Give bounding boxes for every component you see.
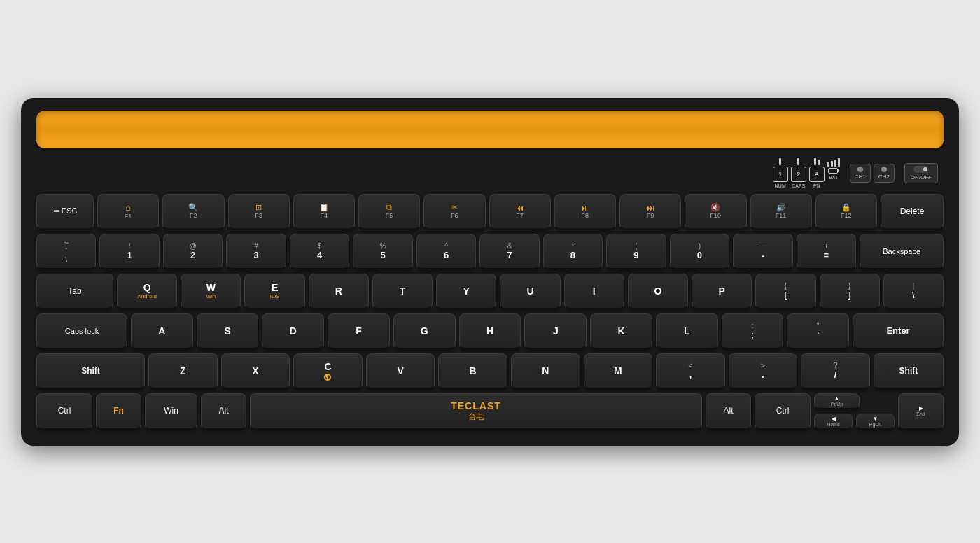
k-key[interactable]: K xyxy=(590,313,652,350)
d-key[interactable]: D xyxy=(262,313,324,350)
u-key[interactable]: U xyxy=(500,274,560,310)
s-key[interactable]: S xyxy=(197,313,259,350)
tab-key[interactable]: Tab xyxy=(36,274,113,310)
home-key[interactable]: ◀ Home xyxy=(814,414,853,430)
w-key[interactable]: W Win xyxy=(181,274,241,310)
f7-key[interactable]: ⏮ F7 xyxy=(489,194,551,230)
8-key[interactable]: * 8 xyxy=(543,234,603,270)
l-key[interactable]: L xyxy=(656,313,718,350)
3-key[interactable]: # 3 xyxy=(226,234,286,270)
c-key[interactable]: C xyxy=(293,353,363,390)
f8-key[interactable]: ⏯ F8 xyxy=(554,194,616,230)
ctrl-left-key[interactable]: Ctrl xyxy=(36,393,92,430)
indicators-row: 1 NUM 2 CAPS A xyxy=(36,158,944,188)
f1-key[interactable]: ⌂ F1 xyxy=(97,194,159,230)
f4-key[interactable]: 📋 F4 xyxy=(293,194,355,230)
alt-right-key[interactable]: Alt xyxy=(706,393,751,430)
z-key[interactable]: Z xyxy=(148,353,218,390)
backspace-key[interactable]: Backspace xyxy=(860,234,944,270)
lock-indicators: 1 NUM 2 CAPS A xyxy=(773,158,840,188)
j-key[interactable]: J xyxy=(524,313,587,350)
x-key[interactable]: X xyxy=(221,353,290,390)
n-key[interactable]: N xyxy=(511,353,580,390)
keyboard: 1 NUM 2 CAPS A xyxy=(21,98,959,446)
f6-key[interactable]: ✂ F6 xyxy=(424,194,485,230)
fn-key[interactable]: Fn xyxy=(96,393,141,430)
o-key[interactable]: O xyxy=(628,274,688,310)
f2-key[interactable]: 🔍 F2 xyxy=(162,194,224,230)
shift-row: Shift Z X C V B N xyxy=(36,353,944,390)
9-key[interactable]: ( 9 xyxy=(606,234,666,270)
alt-left-key[interactable]: Alt xyxy=(201,393,246,430)
bracket-left-key[interactable]: { [ xyxy=(755,274,816,310)
q-key[interactable]: Q Android xyxy=(117,274,177,310)
pgup-key[interactable]: ▲ PgUp xyxy=(814,393,860,410)
fn-lock-indicator: A xyxy=(809,167,825,182)
5-key[interactable]: % 5 xyxy=(353,234,412,270)
f12-key[interactable]: 🔒 F12 xyxy=(816,194,877,230)
capslock-key[interactable]: Caps lock xyxy=(36,313,127,350)
esc-key[interactable]: ⬅ ESC xyxy=(36,194,94,230)
end-key[interactable]: ▶ End xyxy=(898,393,944,430)
space-key[interactable]: TECLAST 台电 xyxy=(250,393,702,430)
shift-right-key[interactable]: Shift xyxy=(874,353,944,390)
r-key[interactable]: R xyxy=(309,274,369,310)
t-key[interactable]: T xyxy=(372,274,433,310)
bracket-right-key[interactable]: } ] xyxy=(820,274,880,310)
battery-indicator xyxy=(828,168,839,174)
f10-key[interactable]: 🔇 F10 xyxy=(685,194,746,230)
channel-buttons: CH1 CH2 xyxy=(850,164,895,183)
7-key[interactable]: & 7 xyxy=(479,234,539,270)
quote-key[interactable]: " ' xyxy=(787,313,849,350)
i-key[interactable]: I xyxy=(564,274,624,310)
2-key[interactable]: @ 2 xyxy=(163,234,223,270)
ch1-button[interactable]: CH1 xyxy=(850,164,871,183)
equals-key[interactable]: + = xyxy=(797,234,856,270)
tablet-slot xyxy=(36,111,944,148)
f9-key[interactable]: ⏭ F9 xyxy=(620,194,681,230)
e-key[interactable]: E IOS xyxy=(244,274,304,310)
num-lock-indicator: 1 xyxy=(773,167,788,182)
0-key[interactable]: ) 0 xyxy=(670,234,729,270)
ch2-button[interactable]: CH2 xyxy=(874,164,895,183)
p-key[interactable]: P xyxy=(692,274,752,310)
4-key[interactable]: $ 4 xyxy=(290,234,349,270)
1-key[interactable]: ! 1 xyxy=(99,234,159,270)
g-key[interactable]: G xyxy=(393,313,456,350)
number-row: ~ ` \ ! 1 @ 2 # 3 $ 4 % 5 xyxy=(36,234,944,270)
f11-key[interactable]: 🔊 F11 xyxy=(750,194,812,230)
ctrl-right-key[interactable]: Ctrl xyxy=(755,393,811,430)
m-key[interactable]: M xyxy=(584,353,653,390)
v-key[interactable]: V xyxy=(366,353,435,390)
b-key[interactable]: B xyxy=(438,353,507,390)
pgdn-key[interactable]: ▼ PgDn xyxy=(856,414,895,430)
bottom-row: Ctrl Fn Win Alt TECLAST 台电 Alt Ctrl xyxy=(36,393,944,430)
semicolon-key[interactable]: : ; xyxy=(722,313,784,350)
minus-key[interactable]: — - xyxy=(733,234,792,270)
tilde-key[interactable]: ~ ` \ xyxy=(36,234,96,270)
backslash-key[interactable]: | \ xyxy=(883,274,944,310)
slash-key[interactable]: ? / xyxy=(801,353,870,390)
delete-key[interactable]: Delete xyxy=(881,194,944,230)
y-key[interactable]: Y xyxy=(436,274,496,310)
caps-lock-indicator: 2 xyxy=(791,167,806,182)
f5-key[interactable]: ⧉ F5 xyxy=(358,194,420,230)
home-row: Caps lock A S D F G H J xyxy=(36,313,944,350)
keys-section: ⬅ ESC ⌂ F1 🔍 F2 ⊡ F3 📋 F4 ⧉ F5 xyxy=(36,194,944,430)
win-key[interactable]: Win xyxy=(145,393,197,430)
f3-key[interactable]: ⊡ F3 xyxy=(228,194,290,230)
qwerty-row: Tab Q Android W Win E IOS R T Y xyxy=(36,274,944,310)
shift-left-key[interactable]: Shift xyxy=(36,353,145,390)
period-key[interactable]: > . xyxy=(729,353,798,390)
comma-key[interactable]: < , xyxy=(656,353,725,390)
f-key[interactable]: F xyxy=(328,313,390,350)
enter-key[interactable]: Enter xyxy=(853,313,944,350)
fn-row: ⬅ ESC ⌂ F1 🔍 F2 ⊡ F3 📋 F4 ⧉ F5 xyxy=(36,194,944,230)
6-key[interactable]: ^ 6 xyxy=(416,234,476,270)
a-key[interactable]: A xyxy=(131,313,193,350)
onoff-button[interactable]: ON/OFF xyxy=(904,163,938,183)
h-key[interactable]: H xyxy=(459,313,522,350)
